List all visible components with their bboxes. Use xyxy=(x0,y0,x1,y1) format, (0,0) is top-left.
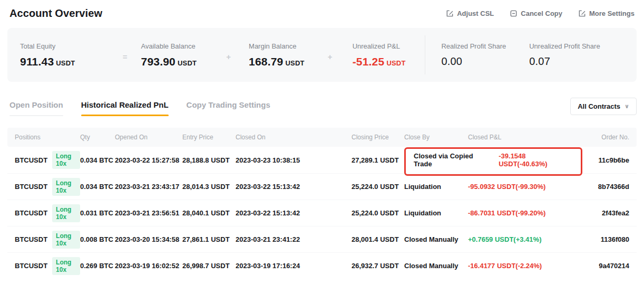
entry-price-cell: 28,014.3 USDT xyxy=(182,183,236,191)
minus-square-icon xyxy=(510,10,518,17)
cancel-copy-button[interactable]: Cancel Copy xyxy=(510,10,562,17)
pair-symbol: BTCUSDT xyxy=(15,262,47,270)
margin-balance-label: Margin Balance xyxy=(249,42,328,50)
qty-cell: 0.034 BTC xyxy=(80,156,115,164)
adjust-csl-button[interactable]: Adjust CSL xyxy=(446,10,494,17)
side-leverage-badge: Long 10x xyxy=(52,151,80,169)
realized-profit-share-label: Realized Profit Share xyxy=(441,42,529,50)
unrealized-profit-share-value: 0.07 xyxy=(529,55,624,68)
page-title: Account Overview xyxy=(9,7,102,20)
closed-pnl-cell: -39.1548 USDT(-40.63%) xyxy=(499,152,573,168)
entry-price-cell: 28,188.8 USDT xyxy=(182,156,236,164)
opened-on-cell: 2023-03-22 15:27:58 xyxy=(115,156,182,164)
more-settings-button[interactable]: More Settings xyxy=(578,10,635,17)
col-closed-on: Closed On xyxy=(236,134,352,141)
pair-symbol: BTCUSDT xyxy=(15,209,47,217)
order-no-cell: 2f43fea2 xyxy=(573,209,629,217)
qty-cell: 0.034 BTC xyxy=(80,183,115,191)
table-row: BTCUSDT Long 10x 0.034 BTC 2023-03-22 15… xyxy=(7,147,637,173)
closed-pnl-cell: -95.0932 USDT(-99.30%) xyxy=(468,183,573,191)
side-leverage-badge: Long 10x xyxy=(52,257,80,275)
closing-price-cell: 25,224.0 USDT xyxy=(352,209,404,217)
vertical-divider xyxy=(425,35,425,74)
plus-operator: + xyxy=(226,52,231,61)
opened-on-cell: 2023-03-21 23:56:51 xyxy=(115,209,182,217)
closed-pnl-cell: -16.4177 USDT(-2.24%) xyxy=(468,262,573,270)
closing-price-cell: 27,289.1 USDT xyxy=(352,156,404,164)
qty-cell: 0.008 BTC xyxy=(80,235,115,243)
close-by-cell: Liquidation xyxy=(404,183,468,191)
pair-symbol: BTCUSDT xyxy=(15,235,47,243)
table-header-row: Positions Qty Opened On Entry Price Clos… xyxy=(7,128,637,147)
col-entry-price: Entry Price xyxy=(182,134,236,141)
unrealized-pnl-label: Unrealized P&L xyxy=(353,42,422,50)
col-closed-pnl: Closed P&L xyxy=(468,134,573,141)
unrealized-profit-share-stat: Unrealized Profit Share 0.07 xyxy=(529,42,624,68)
available-balance-label: Available Balance xyxy=(141,42,227,50)
cancel-copy-label: Cancel Copy xyxy=(521,10,562,17)
all-contracts-dropdown[interactable]: All Contracts ∨ xyxy=(570,98,637,115)
opened-on-cell: 2023-03-20 15:34:58 xyxy=(115,235,182,243)
order-no-cell: 9a470214 xyxy=(573,262,629,270)
all-contracts-label: All Contracts xyxy=(578,102,620,110)
closing-price-cell: 25,224.0 USDT xyxy=(352,183,404,191)
close-by-cell: Liquidation xyxy=(404,209,468,217)
margin-balance-stat: Margin Balance 168.79USDT xyxy=(249,42,328,68)
plus-operator: + xyxy=(328,52,333,61)
close-by-cell: Closed Manually xyxy=(404,235,468,243)
order-no-cell: 1136f080 xyxy=(573,235,629,243)
equals-operator: = xyxy=(123,52,128,61)
account-summary-card: Total Equity 911.43USDT = Available Bala… xyxy=(7,28,637,82)
entry-price-cell: 28,040.1 USDT xyxy=(182,209,236,217)
realized-profit-share-stat: Realized Profit Share 0.00 xyxy=(441,42,529,68)
tab-open-position[interactable]: Open Position xyxy=(9,100,63,116)
historical-pnl-table: Positions Qty Opened On Entry Price Clos… xyxy=(7,128,637,279)
tab-historical-realized-pnl[interactable]: Historical Realized PnL xyxy=(81,100,169,116)
tab-copy-trading-settings[interactable]: Copy Trading Settings xyxy=(187,100,270,116)
available-balance-value: 793.90USDT xyxy=(141,55,227,68)
entry-price-cell: 27,861.1 USDT xyxy=(182,235,236,243)
realized-profit-share-value: 0.00 xyxy=(441,55,529,68)
currency-unit: USDT xyxy=(386,59,405,67)
tabs-row: Open Position Historical Realized PnL Co… xyxy=(9,98,637,118)
currency-unit: USDT xyxy=(56,59,75,67)
entry-price-cell: 26,998.7 USDT xyxy=(182,262,236,270)
col-qty: Qty xyxy=(80,134,115,141)
table-row: BTCUSDT Long 10x 0.034 BTC 2023-03-21 23… xyxy=(7,173,637,200)
total-equity-label: Total Equity xyxy=(20,42,123,50)
table-row: BTCUSDT Long 10x 0.269 BTC 2023-03-19 16… xyxy=(7,252,637,279)
unrealized-pnl-value: -51.25USDT xyxy=(353,55,422,68)
total-equity-stat: Total Equity 911.43USDT xyxy=(20,42,123,68)
edit-icon xyxy=(578,10,586,17)
close-by-pnl-group: Closed via Copied Trade -39.1548 USDT(-4… xyxy=(404,147,573,173)
total-equity-value: 911.43USDT xyxy=(20,55,123,68)
more-settings-label: More Settings xyxy=(589,10,635,17)
col-closing-price: Closing Price xyxy=(352,134,404,141)
side-leverage-badge: Long 10x xyxy=(52,204,80,222)
currency-unit: USDT xyxy=(178,59,197,67)
available-balance-stat: Available Balance 793.90USDT xyxy=(141,42,227,68)
pair-symbol: BTCUSDT xyxy=(15,156,47,164)
closed-on-cell: 2023-03-23 10:38:15 xyxy=(236,156,352,164)
side-leverage-badge: Long 10x xyxy=(52,231,80,249)
order-no-cell: 8b74366d xyxy=(573,183,629,191)
positions-cell: BTCUSDT Long 10x xyxy=(15,178,80,196)
opened-on-cell: 2023-03-21 23:43:17 xyxy=(115,183,182,191)
col-order-no: Order No. xyxy=(573,134,629,141)
closed-on-cell: 2023-03-19 17:16:24 xyxy=(236,262,352,270)
qty-cell: 0.269 BTC xyxy=(80,262,115,270)
closed-pnl-cell: +0.7659 USDT(+3.41%) xyxy=(468,235,573,243)
order-no-cell: 11c9b6be xyxy=(573,156,629,164)
positions-cell: BTCUSDT Long 10x xyxy=(15,204,80,222)
edit-icon xyxy=(446,10,454,17)
tab-bar: Open Position Historical Realized PnL Co… xyxy=(9,100,270,116)
positions-cell: BTCUSDT Long 10x xyxy=(15,231,80,249)
closed-on-cell: 2023-03-21 23:41:22 xyxy=(236,235,352,243)
table-row: BTCUSDT Long 10x 0.008 BTC 2023-03-20 15… xyxy=(7,226,637,252)
unrealized-pnl-stat: Unrealized P&L -51.25USDT xyxy=(353,42,422,68)
margin-balance-value: 168.79USDT xyxy=(249,55,328,68)
header-actions: Adjust CSL Cancel Copy More Settings xyxy=(446,10,635,17)
close-by-cell: Closed via Copied Trade xyxy=(414,152,490,168)
closed-on-cell: 2023-03-22 15:13:42 xyxy=(236,209,352,217)
close-by-cell: Closed Manually xyxy=(404,262,468,270)
